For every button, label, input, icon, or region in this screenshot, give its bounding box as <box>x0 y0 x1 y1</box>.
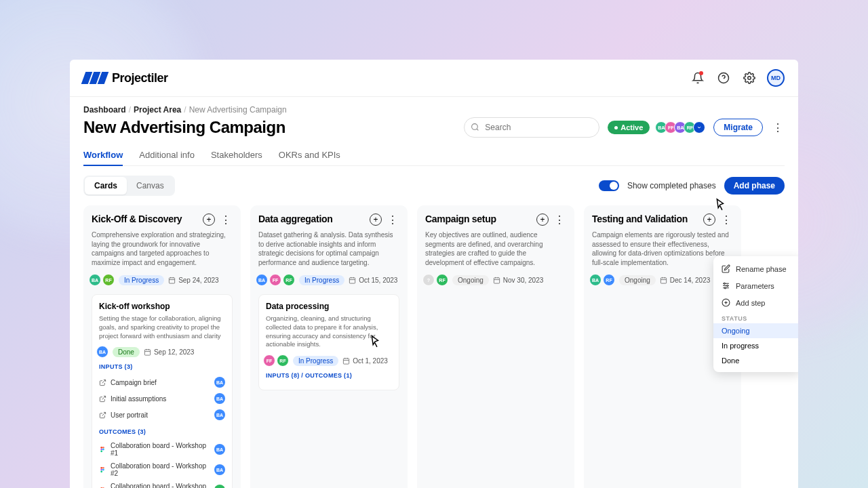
status-option[interactable]: Ongoing <box>713 323 798 338</box>
view-toggle: CardsCanvas <box>83 176 175 196</box>
phase-desc: Dataset gathering & analysis. Data synth… <box>258 230 399 267</box>
svg-rect-34 <box>494 277 499 283</box>
phase-date: Dec 14, 2023 <box>660 277 711 284</box>
crumb-dashboard[interactable]: Dashboard <box>83 105 126 115</box>
phase-column: Data aggregation + ⋮ Dataset gathering &… <box>250 205 408 488</box>
menu-add-step[interactable]: Add step <box>713 294 798 311</box>
input-row[interactable]: Campaign briefBA <box>99 374 225 390</box>
migrate-button[interactable]: Migrate <box>713 119 763 136</box>
crumb-area[interactable]: Project Area <box>134 105 181 115</box>
status-option[interactable]: Done <box>713 353 798 368</box>
card-desc: Setting the stage for collaboration, ali… <box>99 314 225 340</box>
add-phase-button[interactable]: Add phase <box>724 177 785 195</box>
add-icon[interactable]: + <box>703 214 715 226</box>
tab-stakeholders[interactable]: Stakeholders <box>211 144 262 165</box>
status-pill[interactable]: Active <box>608 121 650 134</box>
svg-rect-30 <box>344 359 349 364</box>
phase-menu-icon[interactable]: ⋮ <box>219 214 233 226</box>
page-title: New Advertising Campaign <box>83 118 456 137</box>
svg-point-1 <box>748 77 751 80</box>
svg-point-15 <box>100 450 102 452</box>
menu-parameters[interactable]: Parameters <box>713 277 798 294</box>
workflow-board: Kick-Off & Discovery + ⋮ Comprehensive e… <box>83 205 785 488</box>
settings-icon[interactable] <box>741 70 757 86</box>
help-icon[interactable] <box>715 70 732 86</box>
io-summary[interactable]: INPUTS (8) / OUTCOMES (1) <box>266 372 392 379</box>
card-title: Data processing <box>266 302 392 311</box>
phase-menu-icon[interactable]: ⋮ <box>719 214 733 226</box>
svg-point-16 <box>100 467 102 469</box>
view-cards[interactable]: Cards <box>85 177 127 195</box>
breadcrumb: Dashboard/Project Area/New Advertising C… <box>83 105 785 115</box>
svg-rect-38 <box>660 277 666 283</box>
svg-point-12 <box>102 447 104 449</box>
svg-rect-7 <box>144 350 150 355</box>
phase-status: Ongoing <box>452 275 489 285</box>
phase-card[interactable]: Kick-off workshop Setting the stage for … <box>92 294 233 488</box>
svg-point-47 <box>724 287 726 289</box>
outcome-row[interactable]: Collaboration board - Workshop #1BA <box>99 439 225 460</box>
add-icon[interactable]: + <box>536 214 549 226</box>
user-avatar[interactable]: MD <box>767 69 785 87</box>
page-menu-icon[interactable]: ⋮ <box>771 121 785 134</box>
status-option[interactable]: In progress <box>713 338 798 353</box>
add-icon[interactable]: + <box>203 214 215 226</box>
topbar: Projectiler MD <box>70 60 798 97</box>
phase-status: Ongoing <box>619 275 656 285</box>
add-icon[interactable]: + <box>370 214 382 226</box>
card-desc: Organizing, cleaning, and structuring co… <box>266 314 392 349</box>
input-row[interactable]: Initial assumptionsBA <box>99 390 225 407</box>
svg-point-18 <box>100 469 102 471</box>
logo[interactable]: Projectiler <box>83 71 168 85</box>
outcome-row[interactable]: Collaboration board - Workshop #2BA <box>99 460 225 480</box>
phase-desc: Campaign elements are rigorously tested … <box>592 230 733 267</box>
phase-menu-icon[interactable]: ⋮ <box>386 214 399 226</box>
view-canvas[interactable]: Canvas <box>127 177 174 195</box>
crumb-current: New Advertising Campaign <box>189 105 287 115</box>
phase-column: Kick-Off & Discovery + ⋮ Comprehensive e… <box>83 205 241 488</box>
phase-status: In Progress <box>299 275 344 285</box>
phase-status: In Progress <box>119 275 164 285</box>
tab-workflow[interactable]: Workflow <box>83 144 123 165</box>
phase-context-menu: Rename phase Parameters Add step STATUS … <box>713 256 798 372</box>
svg-point-17 <box>102 467 104 469</box>
phase-title: Testing and Validation <box>592 214 699 224</box>
search-icon <box>471 123 479 131</box>
card-status: In Progress <box>293 356 338 366</box>
outcomes-label: OUTCOMES (3) <box>99 428 225 435</box>
svg-point-14 <box>102 449 104 451</box>
svg-point-19 <box>102 469 104 471</box>
phase-card[interactable]: Data processing Organizing, cleaning, an… <box>258 294 399 390</box>
svg-rect-26 <box>350 277 355 283</box>
phase-desc: Comprehensive exploration and strategizi… <box>92 230 233 267</box>
card-date: Sep 12, 2023 <box>144 348 195 356</box>
toggle-label: Show completed phases <box>627 181 716 190</box>
notifications-icon[interactable] <box>690 70 706 86</box>
svg-point-20 <box>100 470 102 472</box>
phase-title: Data aggregation <box>258 214 366 224</box>
show-completed-toggle[interactable] <box>599 180 619 191</box>
menu-status-label: STATUS <box>713 311 798 323</box>
phase-date: Nov 30, 2023 <box>493 277 544 284</box>
phase-column: Campaign setup + ⋮ Key objectives are ou… <box>417 205 574 488</box>
phase-title: Kick-Off & Discovery <box>92 214 199 224</box>
phase-date: Sep 24, 2023 <box>168 277 219 284</box>
phase-menu-icon[interactable]: ⋮ <box>553 214 566 226</box>
svg-point-11 <box>100 447 102 449</box>
inputs-label: INPUTS (3) <box>99 363 225 370</box>
menu-rename[interactable]: Rename phase <box>713 260 798 277</box>
input-row[interactable]: User portraitBA <box>99 407 225 423</box>
tab-okrs-and-kpis[interactable]: OKRs and KPIs <box>279 144 340 165</box>
svg-point-45 <box>724 283 725 284</box>
svg-rect-3 <box>170 277 175 283</box>
collaborators[interactable]: BAFFBARF <box>658 121 705 134</box>
phase-desc: Key objectives are outlined, audience se… <box>425 230 566 267</box>
card-title: Kick-off workshop <box>99 302 225 311</box>
outcome-row[interactable]: Collaboration board - Workshop #3RF <box>99 480 225 488</box>
tab-additional-info[interactable]: Additional info <box>139 144 195 165</box>
phase-date: Oct 15, 2023 <box>349 277 397 284</box>
search-input[interactable] <box>464 117 599 138</box>
card-status: Done <box>113 347 140 357</box>
card-date: Oct 1, 2023 <box>342 357 388 365</box>
svg-point-13 <box>100 449 102 451</box>
